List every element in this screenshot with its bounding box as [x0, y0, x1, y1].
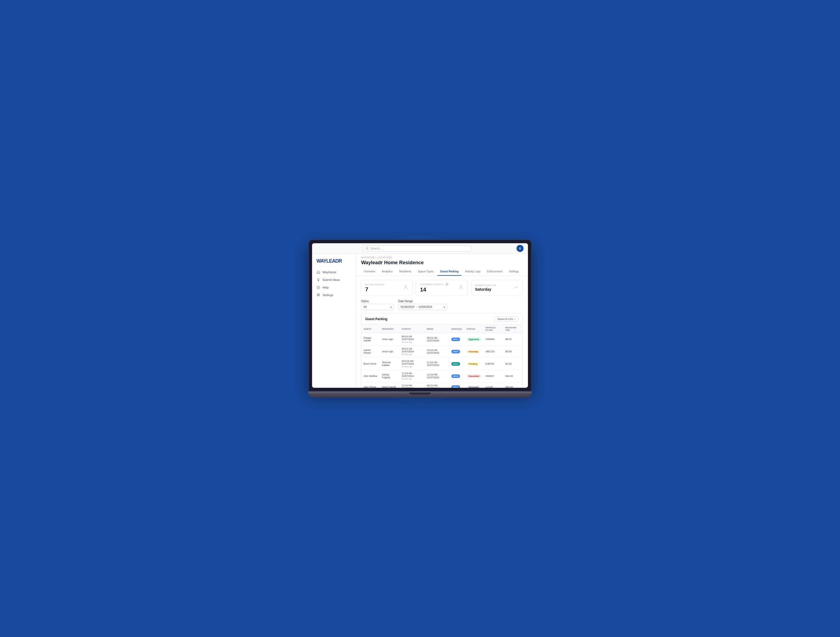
col-starts: Starts: [399, 325, 425, 333]
cell-ends-2: 11:24 AM 31/07/2024: [425, 358, 449, 370]
cell-fee-3: $16.00: [504, 370, 522, 382]
col-guest: Guest: [362, 325, 380, 333]
cell-guest-4: Alex Prince: [362, 382, 380, 388]
date-range-select-wrapper[interactable]: 01/06/2024 → 12/06/2024: [398, 304, 447, 310]
cell-space-1: AR10: [449, 346, 464, 358]
cell-starts-3: 11:24 AM 31/07/2024 26 mins ago: [399, 370, 425, 382]
guest-parking-table-section: Guest Parking Export to CSV ↓ Guest Resi…: [361, 313, 523, 388]
cell-space-4: AR14: [449, 382, 464, 388]
laptop-base: [308, 392, 532, 398]
laptop-screen: Search ... U WAYLEADR WayHome: [308, 239, 532, 392]
stat-active-guests-label: ACTIVE GUESTS: [365, 283, 385, 286]
trend-icon: [513, 285, 518, 291]
sidebar-item-wayhome[interactable]: WayHome: [312, 268, 355, 276]
cell-starts-1: 09:24 AM 31/07/2024 26 mins ago: [399, 346, 425, 358]
tab-space-types[interactable]: Space Types: [415, 268, 436, 276]
sidebar-item-settings[interactable]: Settings: [312, 291, 355, 299]
date-range-label: Date Range: [398, 300, 447, 303]
laptop: Search ... U WAYLEADR WayHome: [308, 239, 532, 398]
tab-analytics[interactable]: Analytics: [379, 268, 395, 276]
tab-settings[interactable]: Settings: [506, 268, 521, 276]
svg-point-9: [460, 285, 462, 287]
cell-resident-4: Kevin Farrell: [380, 382, 399, 388]
stat-busiest-label: BUSIEST DAY YTD: [475, 284, 496, 287]
export-csv-button[interactable]: Export to CSV ↓: [494, 316, 518, 322]
cell-plate-0: CRD881: [483, 333, 503, 346]
person-icon-2: [458, 285, 464, 291]
status-filter-group: Status All Approved Pending Cancelled Ov…: [361, 300, 394, 310]
tabs: Overview Analytics Residents Space Types…: [356, 268, 528, 276]
cell-plate-3: SIW827: [483, 370, 503, 382]
screen-content: Search ... U WAYLEADR WayHome: [312, 243, 528, 388]
table-row[interactable]: Garret Flower Amar Agic 09:24 AM 31/07/2…: [362, 346, 522, 358]
home-icon: [316, 270, 320, 274]
cell-fee-4: $16.00: [504, 382, 522, 388]
avatar[interactable]: U: [516, 245, 524, 252]
cell-guest-3: Alex Medina: [362, 370, 380, 382]
col-booking-fee: Booking Fee: [504, 325, 522, 333]
sidebar-label-settings: Settings: [322, 293, 333, 297]
cell-plate-1: ABC123: [483, 346, 503, 358]
cell-status-2: Pending: [464, 358, 483, 370]
col-spaces: Space(s): [449, 325, 464, 333]
sidebar-label-submit-ideas: Submit Ideas: [322, 278, 340, 281]
col-resident: Resident: [380, 325, 399, 333]
cell-guest-1: Garret Flower: [362, 346, 380, 358]
table-row[interactable]: Alex Medina Serina Fogerty 11:24 AM 31/0…: [362, 370, 522, 382]
status-filter-label: Status: [361, 300, 394, 303]
svg-point-7: [318, 294, 319, 296]
sidebar-label-help: Help: [322, 286, 329, 289]
cell-plate-2: KJB782: [483, 358, 503, 370]
table-row[interactable]: Bruno Diniz Terence Kaplan 010:24 AM 31/…: [362, 358, 522, 370]
content-area: WAYHOME | LOCATIONS Wayleadr Home Reside…: [356, 254, 528, 388]
tab-residents[interactable]: Residents: [396, 268, 414, 276]
cell-guest-0: Fergus Farrell: [362, 333, 380, 346]
col-ends: Ends: [425, 325, 449, 333]
cell-guest-2: Bruno Diniz: [362, 358, 380, 370]
svg-point-4: [317, 278, 319, 280]
col-vehicle-plate: Vehicle Plate: [483, 325, 503, 333]
cell-plate-4: LLO29: [483, 382, 503, 388]
cell-space-0: AR11: [449, 333, 464, 346]
status-select-wrapper[interactable]: All Approved Pending Cancelled Overstay …: [361, 304, 394, 310]
date-range-filter-group: Date Range 01/06/2024 → 12/06/2024: [398, 300, 447, 310]
svg-point-6: [318, 288, 319, 288]
tab-enforcement[interactable]: Enforcement: [484, 268, 505, 276]
stat-busiest-day: BUSIEST DAY YTD Saturday: [471, 280, 523, 296]
status-select[interactable]: All Approved Pending Cancelled Overstay …: [361, 304, 394, 310]
table-header-row: Guest Parking Export to CSV ↓: [362, 314, 522, 325]
sidebar-item-submit-ideas[interactable]: Submit Ideas: [312, 276, 355, 284]
cell-starts-0: 08:24 AM 31/07/2024 26 mins ago: [399, 333, 425, 346]
stat-upcoming-guests: UPCOMING GUESTS ? 14: [416, 280, 467, 296]
sidebar: WAYLEADR WayHome Submit Ideas: [312, 254, 356, 388]
cell-resident-1: Amar Agic: [380, 346, 399, 358]
table-row[interactable]: Alex Prince Kevin Farrell 12:24 PM 31/07…: [362, 382, 522, 388]
laptop-notch: [409, 392, 431, 395]
table-title: Guest Parking: [365, 317, 387, 321]
date-range-select[interactable]: 01/06/2024 → 12/06/2024: [398, 304, 447, 310]
search-icon: [365, 247, 369, 250]
tab-activity-logs[interactable]: Activity Logs: [463, 268, 483, 276]
cell-starts-2: 010:24 AM 31/07/2024 26 mins ago: [399, 358, 425, 370]
col-status: Status: [464, 325, 483, 333]
search-box[interactable]: Search ...: [363, 245, 472, 251]
cell-starts-4: 12:24 PM 31/07/2024: [399, 382, 425, 388]
sidebar-item-help[interactable]: Help: [312, 284, 355, 291]
cell-status-1: Overstay: [464, 346, 483, 358]
cell-status-0: Approved: [464, 333, 483, 346]
cell-fee-1: $5.00: [504, 346, 522, 358]
tab-overview[interactable]: Overview: [361, 268, 378, 276]
cell-fee-2: $1.00: [504, 358, 522, 370]
svg-point-8: [405, 285, 407, 287]
cell-resident-2: Terence Kaplan: [380, 358, 399, 370]
filters-row: Status All Approved Pending Cancelled Ov…: [356, 300, 528, 313]
cell-fee-0: $8.00: [504, 333, 522, 346]
table-row[interactable]: Fergus Farrell Amar Agic 08:24 AM 31/07/…: [362, 333, 522, 346]
cell-resident-3: Serina Fogerty: [380, 370, 399, 382]
cell-status-3: Cancelled: [464, 370, 483, 382]
tab-guest-parking[interactable]: Guest Parking: [437, 268, 461, 276]
stat-active-guests-value: 7: [365, 286, 385, 292]
lightbulb-icon: [316, 278, 320, 282]
export-label: Export to CSV: [497, 318, 513, 321]
cell-space-2: AR12: [449, 358, 464, 370]
